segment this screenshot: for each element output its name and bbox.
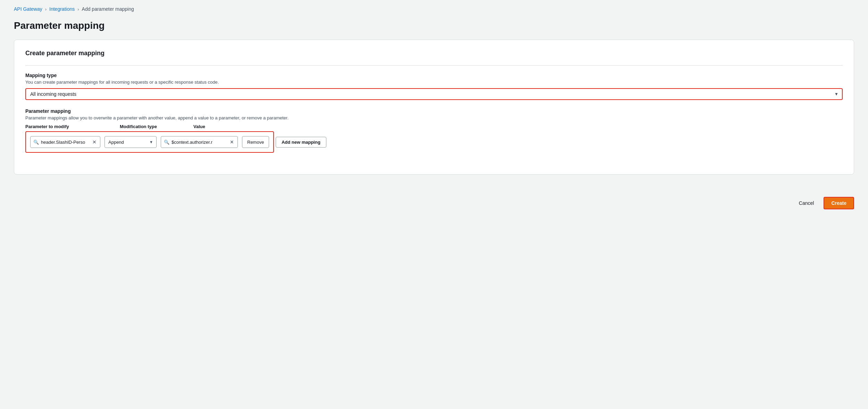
value-input-wrapper: 🔍 ✕ [161,136,238,148]
mapping-type-label: Mapping type [25,73,843,78]
param-search-icon: 🔍 [33,140,39,145]
param-to-modify-input[interactable] [41,140,90,145]
mod-type-select[interactable]: Append Overwrite Remove [105,136,157,148]
breadcrumb-api-gateway[interactable]: API Gateway [14,6,42,12]
divider-1 [25,65,843,66]
col-header-value: Value [193,124,838,129]
remove-mapping-button[interactable]: Remove [242,136,269,148]
footer-actions: Cancel Create [0,189,868,215]
value-clear-button[interactable]: ✕ [229,140,235,144]
parameter-mapping-label: Parameter mapping [25,108,843,114]
mapping-type-description: You can create parameter mappings for al… [25,80,843,85]
breadcrumb-sep-1: › [45,7,47,12]
param-to-modify-input-wrapper: 🔍 ✕ [30,136,100,148]
page-title: Parameter mapping [0,17,868,40]
col-header-param: Parameter to modify [25,124,116,129]
breadcrumb-sep-2: › [77,7,79,12]
parameter-mapping-row: 🔍 ✕ Append Overwrite Remove ▼ 🔍 [25,131,274,153]
col-header-mod-type: Modification type [120,124,189,129]
create-parameter-mapping-card: Create parameter mapping Mapping type Yo… [14,40,854,175]
mod-type-select-wrapper: Append Overwrite Remove ▼ [105,136,157,148]
main-content: Create parameter mapping Mapping type Yo… [0,40,868,189]
value-search-icon: 🔍 [164,140,169,145]
parameter-mapping-description: Parameter mappings allow you to overwrit… [25,115,843,120]
mapping-type-select[interactable]: All incoming requestsSpecific response s… [25,88,843,100]
param-clear-button[interactable]: ✕ [92,140,97,144]
parameter-mapping-section: Parameter mapping Parameter mappings all… [25,108,843,158]
breadcrumb-current: Add parameter mapping [82,6,134,12]
value-input[interactable] [172,140,227,145]
card-title: Create parameter mapping [25,50,843,57]
add-new-mapping-button[interactable]: Add new mapping [276,137,326,148]
breadcrumb-integrations[interactable]: Integrations [49,6,75,12]
mapping-type-select-wrapper: All incoming requestsSpecific response s… [25,88,843,100]
param-table-header: Parameter to modify Modification type Va… [25,124,843,129]
create-button[interactable]: Create [824,197,854,209]
cancel-button[interactable]: Cancel [795,198,818,209]
mapping-type-section: Mapping type You can create parameter ma… [25,73,843,100]
breadcrumb: API Gateway › Integrations › Add paramet… [0,0,868,17]
